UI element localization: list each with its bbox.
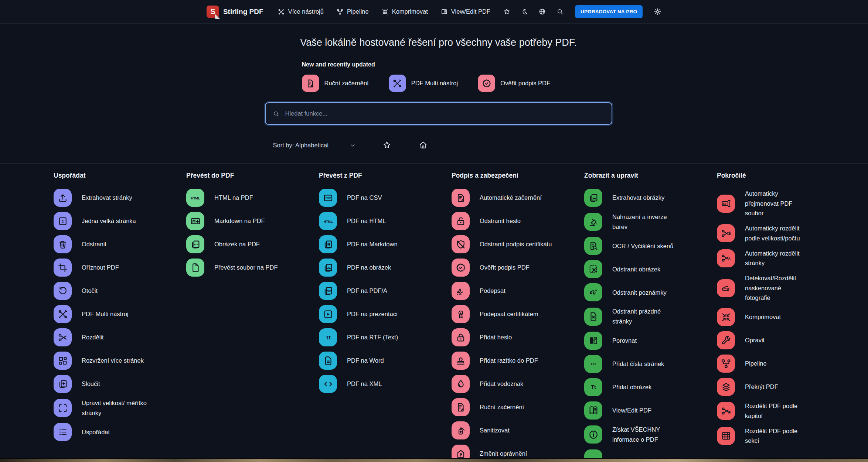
tool-item[interactable]: PDFPDF na PDF/A — [319, 282, 452, 300]
search-bar[interactable] — [265, 102, 612, 125]
nav-item-tools[interactable]: Více nástrojů — [278, 8, 324, 16]
sort-dropdown[interactable]: Sort by: Alphabetical — [273, 142, 355, 149]
tool-item[interactable]: Přidat heslo — [452, 328, 584, 346]
tool-label: HTML na PDF — [214, 193, 253, 203]
remove-annotations-icon — [584, 283, 602, 301]
tool-item[interactable]: TtPDF na RTF (Text) — [319, 328, 452, 346]
tool-item[interactable]: Rozvržení více stránek — [54, 352, 186, 370]
tool-item[interactable]: Odstranit poznámky — [584, 283, 717, 301]
tool-item[interactable]: HTMLHTML na PDF — [186, 189, 319, 207]
tool-item[interactable]: Přidat razítko do PDF — [452, 352, 584, 370]
tool-item[interactable]: Otočit — [54, 282, 186, 300]
tool-item[interactable]: PDFObrázek na PDF — [186, 235, 319, 253]
tool-label: Přidat vodoznak — [480, 379, 523, 389]
tool-item[interactable]: Odstranit obrázek — [584, 260, 717, 278]
moon-icon[interactable] — [521, 8, 528, 16]
tool-item[interactable]: Pipeline — [717, 355, 850, 373]
tool-item[interactable]: Sanitizovat — [452, 421, 584, 439]
tool-item[interactable]: Odstranit podpis certifikátu — [452, 235, 584, 253]
tool-item[interactable]: Oříznout PDF — [54, 259, 186, 277]
featured-tool-label: Ruční začernění — [324, 80, 369, 87]
stirling-logo-icon: S — [207, 6, 219, 18]
tool-item[interactable]: Ruční začernění — [452, 398, 584, 416]
tools-icon — [389, 75, 406, 92]
search-input[interactable] — [285, 110, 605, 117]
droplet-icon — [452, 375, 470, 393]
nav-item-book[interactable]: View/Edit PDF — [440, 8, 490, 16]
tool-item[interactable]: OCR / Vyčištění skenů — [584, 237, 717, 255]
tool-item[interactable]: abAutomaticky přejmenovat PDF soubor — [717, 189, 850, 218]
tool-item[interactable]: PDF na Word — [319, 352, 452, 370]
tool-item[interactable]: PDF na XML — [319, 375, 452, 393]
tool-item[interactable]: Markdown na PDF — [186, 212, 319, 230]
tool-item[interactable]: HTMLPDF na HTML — [319, 212, 452, 230]
tool-label: Automaticky rozdělit podle velikosti/poč… — [745, 223, 808, 243]
tool-item[interactable]: Sloučit — [54, 375, 186, 393]
tool-label: Komprimovat — [745, 312, 781, 322]
tool-item[interactable]: Ověřit podpis PDF — [452, 259, 584, 277]
tool-item[interactable]: Rozdělit — [54, 328, 186, 346]
section-title: Pokročilé — [717, 172, 850, 179]
tool-item[interactable]: Přidat vodoznak — [452, 375, 584, 393]
star-icon[interactable] — [503, 8, 511, 16]
tool-item[interactable]: Odstranit prázdné stránky — [584, 307, 717, 326]
tool-item[interactable]: Získat VŠECHNY informace o PDF — [584, 425, 717, 444]
tool-item[interactable]: PDF na obrázek — [319, 259, 452, 277]
nav-item-compress[interactable]: Komprimovat — [381, 8, 428, 16]
stirling-brand[interactable]: S Stirling PDF — [207, 6, 263, 18]
tool-item[interactable]: AAutomaticky rozdělit stránky — [717, 249, 850, 268]
tool-item[interactable]: Opravit — [717, 331, 850, 349]
nav-item-pipeline[interactable]: Pipeline — [336, 8, 369, 16]
tool-item[interactable]: PDF na prezentaci — [319, 305, 452, 323]
home-icon[interactable] — [418, 140, 428, 150]
tool-item[interactable]: 123Přidat čísla stránek — [584, 355, 717, 373]
tool-item[interactable]: Extrahovat obrázky — [584, 189, 717, 207]
globe-icon[interactable] — [538, 8, 546, 16]
tool-label: Opravit — [745, 335, 765, 345]
section-title: Podpis a zabezpečení — [452, 172, 584, 179]
presentation-icon — [319, 305, 337, 323]
featured-tool-1[interactable]: PDF Multi nástroj — [389, 75, 458, 92]
tool-item[interactable]: Porovnat — [584, 332, 717, 350]
tool-item[interactable]: Uspořádat — [54, 423, 186, 441]
tool-item[interactable]: Detekovat/Rozdělit naskenované fotografi… — [717, 273, 850, 303]
tool-item[interactable]: Extrahovat stránky — [54, 189, 186, 207]
tool-item[interactable]: PDF Multi nástroj — [54, 305, 186, 323]
featured-tool-0[interactable]: Ruční začernění — [302, 75, 369, 92]
tool-item[interactable]: Podepsat certifikátem — [452, 305, 584, 323]
tool-label: Automaticky přejmenovat PDF soubor — [745, 189, 808, 218]
tool-label: Automaticky rozdělit stránky — [745, 249, 808, 268]
tool-item[interactable]: View/Edit PDF — [584, 401, 717, 420]
tool-item[interactable]: Nahrazení a inverze barev — [584, 212, 717, 232]
tool-label: Nahrazení a inverze barev — [612, 212, 677, 232]
tool-item[interactable]: Automaticky rozdělit podle velikosti/poč… — [717, 223, 850, 243]
sanitize-icon — [452, 421, 470, 439]
tool-item[interactable]: Rozdělit PDF podle sekcí — [717, 426, 850, 446]
featured-tool-2[interactable]: Ověřit podpis PDF — [478, 75, 550, 92]
tool-item[interactable]: AAutomatické začernění — [452, 189, 584, 207]
tool-section-4: Zobrazit a upravitExtrahovat obrázkyNahr… — [584, 172, 717, 462]
tool-label: Podepsat — [480, 286, 506, 296]
tool-item[interactable]: Překrýt PDF — [717, 378, 850, 396]
info-icon — [584, 425, 602, 444]
tool-item[interactable]: Rozdělit PDF podle kapitol — [717, 401, 850, 421]
tool-item[interactable]: Komprimovat — [717, 308, 850, 326]
tool-item[interactable]: Převést soubor na PDF — [186, 259, 319, 277]
tool-section-0: UspořádatExtrahovat stránky1Jedna velká … — [54, 172, 186, 462]
tool-item[interactable]: TtPřidat obrázek — [584, 378, 717, 396]
favorites-star-icon[interactable] — [382, 140, 392, 150]
manual-redact-icon — [302, 75, 319, 92]
upgrade-pro-button[interactable]: UPGRADOVAT NA PRO — [575, 5, 643, 18]
tool-item[interactable]: Upravit velikost/ měřítko stránky — [54, 398, 186, 418]
tool-item[interactable]: Odstranit — [54, 235, 186, 253]
svg-text:A: A — [461, 198, 463, 202]
tool-item[interactable]: Odstranit heslo — [452, 212, 584, 230]
tool-item[interactable]: CSVPDF na CSV — [319, 189, 452, 207]
gear-icon[interactable] — [654, 8, 661, 16]
compare-icon — [584, 332, 602, 350]
new-updated-heading: New and recently updated — [302, 61, 612, 68]
search-icon[interactable] — [556, 8, 564, 16]
tool-item[interactable]: Podepsat — [452, 282, 584, 300]
tool-item[interactable]: 1Jedna velká stránka — [54, 212, 186, 230]
tool-item[interactable]: PDF na Markdown — [319, 235, 452, 253]
